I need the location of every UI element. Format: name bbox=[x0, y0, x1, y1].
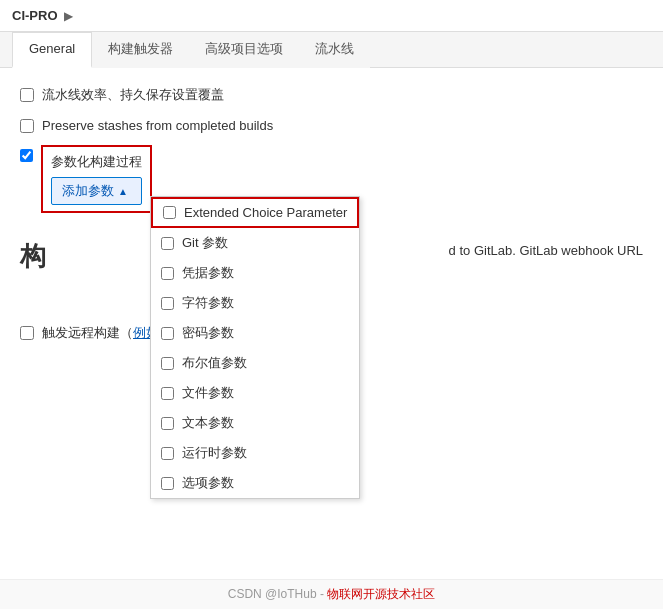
dropdown-item-label-git: Git 参数 bbox=[182, 234, 228, 252]
dropdown-item-cb-password[interactable] bbox=[161, 327, 174, 340]
dropdown-item-label-option: 选项参数 bbox=[182, 474, 234, 492]
checkbox-preserve-label: Preserve stashes from completed builds bbox=[42, 118, 273, 133]
dropdown-item-cb-git[interactable] bbox=[161, 237, 174, 250]
dropdown-item-cb-runtime[interactable] bbox=[161, 447, 174, 460]
dropdown-item-text[interactable]: 文本参数 bbox=[151, 408, 359, 438]
dropdown-arrow-icon: ▲ bbox=[118, 186, 128, 197]
checkbox-remote-build[interactable] bbox=[20, 326, 34, 340]
checkbox-parameterize[interactable] bbox=[20, 149, 33, 162]
dropdown-item-label-string: 字符参数 bbox=[182, 294, 234, 312]
dropdown-item-label-text: 文本参数 bbox=[182, 414, 234, 432]
dropdown-item-cb-boolean[interactable] bbox=[161, 357, 174, 370]
dropdown-item-cb-file[interactable] bbox=[161, 387, 174, 400]
dropdown-item-credentials[interactable]: 凭据参数 bbox=[151, 258, 359, 288]
dropdown-item-label-runtime: 运行时参数 bbox=[182, 444, 247, 462]
tab-general[interactable]: General bbox=[12, 32, 92, 68]
tab-advanced[interactable]: 高级项目选项 bbox=[189, 32, 299, 68]
parameterize-highlight-box: 参数化构建过程 添加参数 ▲ bbox=[41, 145, 152, 213]
dropdown-item-option[interactable]: 选项参数 bbox=[151, 468, 359, 498]
tab-build-triggers[interactable]: 构建触发器 bbox=[92, 32, 189, 68]
dropdown-item-cb-option[interactable] bbox=[161, 477, 174, 490]
app-container: CI-PRO ▶ General 构建触发器 高级项目选项 流水线 流水线效率、… bbox=[0, 0, 663, 609]
checkbox-pipeline-label: 流水线效率、持久保存设置覆盖 bbox=[42, 86, 224, 104]
dropdown-item-cb-credentials[interactable] bbox=[161, 267, 174, 280]
checkbox-row-preserve: Preserve stashes from completed builds bbox=[20, 116, 643, 135]
dropdown-item-cb-text[interactable] bbox=[161, 417, 174, 430]
tab-bar: General 构建触发器 高级项目选项 流水线 bbox=[0, 32, 663, 68]
add-param-label: 添加参数 bbox=[62, 182, 114, 200]
section-text: d to GitLab. GitLab webhook URL bbox=[449, 243, 643, 258]
dropdown-item-label-extended: Extended Choice Parameter bbox=[184, 205, 347, 220]
dropdown-item-password[interactable]: 密码参数 bbox=[151, 318, 359, 348]
checkbox-preserve[interactable] bbox=[20, 119, 34, 133]
top-bar: CI-PRO ▶ bbox=[0, 0, 663, 32]
dropdown-item-label-boolean: 布尔值参数 bbox=[182, 354, 247, 372]
dropdown-item-runtime[interactable]: 运行时参数 bbox=[151, 438, 359, 468]
breadcrumb-arrow: ▶ bbox=[64, 9, 73, 23]
dropdown-item-git[interactable]: Git 参数 bbox=[151, 228, 359, 258]
dropdown-item-label-file: 文件参数 bbox=[182, 384, 234, 402]
watermark-link: 物联网开源技术社区 bbox=[327, 587, 435, 601]
dropdown-item-extended-choice[interactable]: Extended Choice Parameter bbox=[151, 197, 359, 228]
dropdown-item-file[interactable]: 文件参数 bbox=[151, 378, 359, 408]
add-param-button[interactable]: 添加参数 ▲ bbox=[51, 177, 142, 205]
dropdown-item-cb-string[interactable] bbox=[161, 297, 174, 310]
checkbox-pipeline[interactable] bbox=[20, 88, 34, 102]
watermark-text: CSDN @IoTHub - bbox=[228, 587, 328, 601]
checkbox-row-pipeline: 流水线效率、持久保存设置覆盖 bbox=[20, 84, 643, 106]
dropdown-item-label-password: 密码参数 bbox=[182, 324, 234, 342]
tab-pipeline[interactable]: 流水线 bbox=[299, 32, 370, 68]
dropdown-item-cb-extended[interactable] bbox=[163, 206, 176, 219]
dropdown-item-label-credentials: 凭据参数 bbox=[182, 264, 234, 282]
main-content: 流水线效率、持久保存设置覆盖 Preserve stashes from com… bbox=[0, 68, 663, 579]
breadcrumb-title: CI-PRO bbox=[12, 8, 58, 23]
dropdown-item-string[interactable]: 字符参数 bbox=[151, 288, 359, 318]
watermark: CSDN @IoTHub - 物联网开源技术社区 bbox=[0, 579, 663, 609]
section-heading: 构 bbox=[20, 239, 46, 274]
dropdown-menu: Extended Choice Parameter Git 参数 凭据参数 字符… bbox=[150, 196, 360, 499]
checkbox-parameterize-label: 参数化构建过程 bbox=[51, 153, 142, 171]
dropdown-item-boolean[interactable]: 布尔值参数 bbox=[151, 348, 359, 378]
